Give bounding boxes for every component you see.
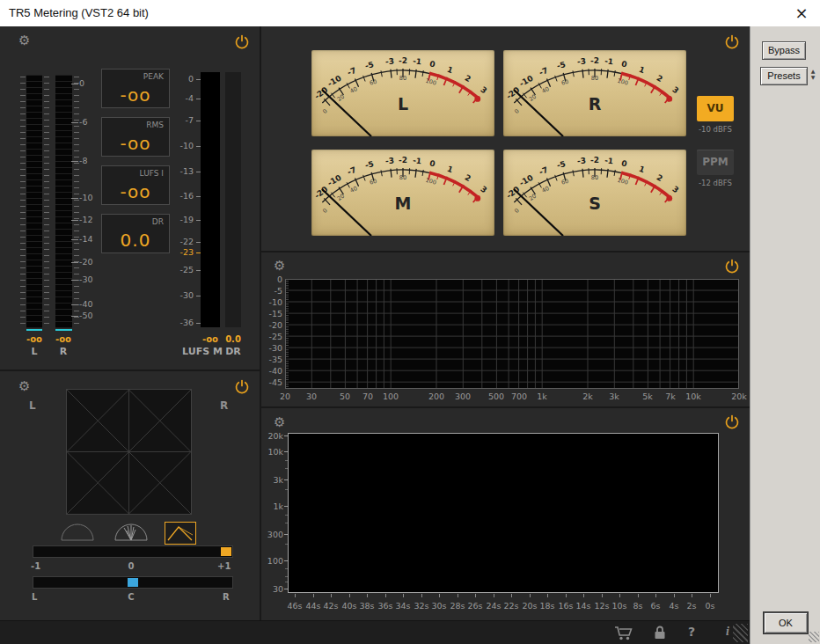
sono-freq-minor-tick (285, 576, 288, 577)
spectrum-freq-label: 300 (450, 392, 475, 401)
spectrum-db-label: -15 (262, 309, 282, 318)
sono-freq-label: 10k (261, 447, 283, 457)
lufs-scale-label: -30 (171, 291, 194, 300)
vu-scale-label: -3 (577, 156, 587, 165)
sono-freq-label: 300 (261, 530, 283, 539)
spectrogram-display (288, 433, 719, 593)
spectrum-freq-label: 70 (355, 392, 380, 401)
vu-scale-label: 0 (620, 158, 627, 168)
vu-scale-label: -2 (590, 56, 599, 65)
presets-spin-down-icon[interactable]: ▼ (811, 74, 816, 80)
spectrum-db-label: -40 (262, 366, 282, 376)
vu-meter-letter: M (395, 194, 412, 213)
meter-ticks (44, 77, 49, 326)
right-meter-min-indicator (55, 329, 72, 331)
settings-gear-icon[interactable]: ⚙ (18, 378, 30, 394)
right-level-bar (55, 75, 72, 328)
bypass-button[interactable]: Bypass (762, 41, 806, 60)
close-icon[interactable]: × (790, 2, 813, 25)
spectrum-freq-label: 30 (299, 392, 324, 401)
spectrum-freq-label: 500 (484, 392, 509, 401)
lufs-scale-tick (196, 121, 201, 121)
peak-scale-label: -8 (79, 157, 102, 165)
power-button[interactable] (234, 378, 250, 394)
sono-freq-label: 30 (261, 584, 283, 594)
vu-scale-label: -10 (326, 173, 343, 188)
balance-indicator[interactable] (128, 578, 138, 587)
sono-time-tick (710, 594, 711, 597)
vu-scale-label: -7 (538, 66, 549, 77)
scope-mode-rays-button[interactable] (112, 522, 150, 543)
peak-scale-label: 0 (79, 79, 102, 88)
vu-scale-label: 2 (464, 74, 472, 84)
vu-scale-label: 1 (638, 165, 646, 175)
vu-meter-r: -20-10-7-5-3-2-10123020406080100R (503, 50, 686, 136)
sono-time-tick (655, 594, 656, 597)
settings-gear-icon[interactable]: ⚙ (274, 258, 285, 274)
vu-scale-label: -3 (385, 156, 395, 165)
sono-time-tick (475, 594, 476, 597)
resize-grip[interactable] (733, 624, 748, 642)
peak-readout[interactable]: PEAK -oo (101, 69, 170, 108)
vu-percent-label: 60 (369, 78, 377, 87)
sono-time-tick (692, 594, 692, 597)
vu-percent-label: 40 (349, 185, 359, 194)
sono-time-tick (583, 594, 584, 597)
lufs-scale-tick (196, 196, 201, 197)
info-icon[interactable]: i (726, 625, 729, 639)
vu-percent-label: 20 (336, 93, 346, 103)
presets-button[interactable]: Presets (760, 67, 808, 85)
sono-freq-minor-tick (285, 489, 288, 490)
presets-spin-up-icon[interactable]: ▲ (811, 68, 816, 74)
vu-scale-label: -7 (538, 165, 549, 177)
lufs-m-label: LUFS M (181, 346, 223, 357)
vu-mode-button[interactable]: VU (697, 96, 734, 121)
lufs-i-readout-value: -oo (102, 181, 169, 202)
vu-scale-label: 3 (479, 85, 488, 96)
peak-scale-tick (71, 84, 78, 84)
help-icon[interactable]: ? (688, 625, 695, 639)
peak-readout-label: PEAK (143, 72, 164, 81)
correlation-indicator[interactable] (221, 547, 231, 556)
balance-left-label: L (32, 592, 37, 602)
settings-gear-icon[interactable]: ⚙ (274, 414, 285, 430)
settings-gear-icon[interactable]: ⚙ (18, 33, 30, 48)
left-meter-min-indicator (26, 329, 42, 331)
rms-readout[interactable]: RMS -oo (101, 117, 170, 157)
vu-meter-letter: R (589, 94, 602, 113)
vu-scale-label: -1 (413, 56, 422, 66)
sono-freq-tick (284, 435, 288, 436)
peak-scale-label: -20 (79, 258, 102, 267)
sono-freq-tick (284, 451, 288, 452)
vu-percent-label: 100 (617, 177, 629, 187)
lufs-scale-tick (196, 220, 201, 221)
sono-time-tick (295, 594, 296, 597)
power-button[interactable] (724, 413, 740, 429)
dr-readout[interactable]: DR 0.0 (101, 214, 170, 253)
sono-freq-tick (284, 589, 288, 589)
power-button[interactable] (724, 258, 740, 274)
rms-readout-value: -oo (102, 133, 169, 154)
lufs-scale-label: 0 (171, 75, 194, 84)
spectrum-db-label: -20 (262, 320, 282, 330)
lufs-scale-label: -16 (171, 192, 194, 201)
peak-scale-label: -14 (79, 235, 102, 244)
ok-button[interactable]: OK (764, 612, 808, 633)
right-meter-label: R (48, 346, 78, 357)
power-button[interactable] (234, 33, 250, 49)
lufs-scale-label: -7 (171, 116, 194, 125)
scope-mode-peak-button[interactable] (165, 522, 196, 545)
vu-scale-label: -10 (326, 74, 343, 89)
ppm-mode-button[interactable]: PPM (697, 150, 734, 175)
lock-icon[interactable] (653, 625, 667, 644)
balance-center-label: C (126, 592, 136, 602)
sono-time-tick (349, 594, 350, 597)
lufs-i-readout[interactable]: LUFS I -oo (101, 165, 170, 205)
window-resize-grip[interactable] (809, 632, 819, 642)
peak-scale-tick (71, 220, 78, 221)
peak-scale-tick (71, 304, 78, 305)
cart-icon[interactable] (614, 626, 633, 644)
vu-scale-label: 0 (620, 59, 627, 69)
scope-mode-dome-button[interactable] (58, 522, 97, 543)
spectrum-freq-label: 100 (378, 392, 403, 401)
